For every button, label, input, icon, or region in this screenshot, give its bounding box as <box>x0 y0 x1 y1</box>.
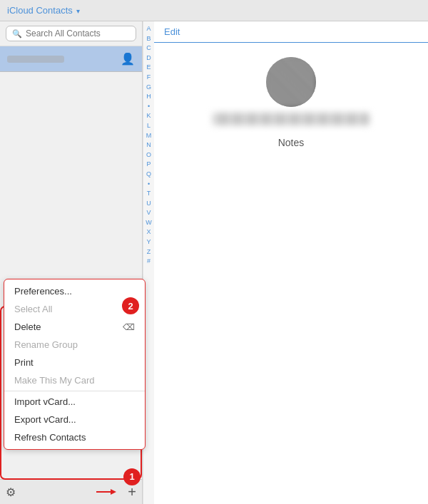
add-button-wrapper: 1 + <box>128 484 136 500</box>
contacts-label: Contacts <box>36 5 72 16</box>
alpha-letter-F[interactable]: F <box>147 73 151 82</box>
add-contact-icon[interactable]: + <box>128 484 136 500</box>
alpha-letter-E[interactable]: E <box>146 63 151 72</box>
menu-item-refresh[interactable]: Refresh Contacts <box>4 428 145 446</box>
menu-separator <box>4 391 145 391</box>
contact-name-blurred <box>7 56 64 63</box>
arrow-right <box>96 487 116 497</box>
content-area: Edit Notes <box>154 21 428 504</box>
svg-marker-1 <box>111 489 116 495</box>
alpha-letter-B[interactable]: B <box>146 34 151 43</box>
search-input[interactable] <box>26 29 130 38</box>
alpha-letter-X[interactable]: X <box>146 227 151 237</box>
icloud-label: iCloud <box>7 5 34 16</box>
menu-item-preferences[interactable]: Preferences... <box>4 282 145 300</box>
search-bar: 🔍 <box>0 21 142 46</box>
menu-item-my-card: Make This My Card <box>4 371 145 389</box>
search-wrapper: 🔍 <box>6 26 136 41</box>
main-layout: 🔍 👤 2 Preferences... <box>0 21 428 504</box>
gear-icon[interactable]: ⚙ <box>6 485 16 499</box>
alpha-letter-K[interactable]: K <box>146 111 151 120</box>
sidebar: 🔍 👤 2 Preferences... <box>0 21 143 504</box>
alpha-letter-#[interactable]: # <box>147 257 151 266</box>
menu-item-import-vcard[interactable]: Import vCard... <box>4 393 145 411</box>
contact-list-item[interactable]: 👤 <box>0 46 142 72</box>
avatar-image <box>266 57 316 107</box>
alpha-letter-V[interactable]: V <box>146 208 151 217</box>
avatar <box>266 57 316 107</box>
alpha-letter-Z[interactable]: Z <box>147 247 151 257</box>
menu-item-delete[interactable]: Delete ⌫ <box>4 318 145 336</box>
alpha-letter-L[interactable]: L <box>147 121 151 130</box>
sidebar-bottom: ⚙ 1 + <box>0 479 142 504</box>
contact-avatar-icon: 👤 <box>121 52 135 66</box>
alpha-letter-Y[interactable]: Y <box>146 237 151 247</box>
alpha-letter-H[interactable]: H <box>146 92 151 101</box>
badge-1: 1 <box>123 468 141 485</box>
alpha-letter-P[interactable]: P <box>146 160 151 169</box>
context-menu-container: 2 Preferences... Select All Delete ⌫ Ren… <box>0 307 142 478</box>
top-bar: iCloud Contacts ▾ <box>0 0 428 21</box>
alpha-letter-M[interactable]: M <box>146 131 152 140</box>
alpha-letter-O[interactable]: O <box>146 150 151 160</box>
top-bar-title: iCloud Contacts ▾ <box>7 5 80 16</box>
alpha-letter-T[interactable]: T <box>147 189 151 198</box>
chevron-down-icon[interactable]: ▾ <box>76 7 80 15</box>
alpha-letter-D[interactable]: D <box>146 53 151 63</box>
alpha-letter-U[interactable]: U <box>146 199 151 208</box>
alpha-letter-C[interactable]: C <box>146 43 151 53</box>
menu-item-export-vcard[interactable]: Export vCard... <box>4 411 145 428</box>
alpha-letter-A[interactable]: A <box>146 24 151 34</box>
edit-button[interactable]: Edit <box>164 26 180 37</box>
alpha-letter-N[interactable]: N <box>146 140 151 150</box>
menu-item-print[interactable]: Print <box>4 354 145 371</box>
alpha-letter-G[interactable]: G <box>146 83 151 92</box>
delete-icon: ⌫ <box>123 322 135 332</box>
alpha-letter-•[interactable]: • <box>148 102 150 111</box>
badge-2: 2 <box>122 297 139 314</box>
contact-full-name-blurred <box>213 113 370 125</box>
alpha-letter-W[interactable]: W <box>146 218 152 227</box>
alpha-letter-Q[interactable]: Q <box>146 170 151 179</box>
menu-item-rename-group: Rename Group <box>4 336 145 354</box>
search-icon: 🔍 <box>12 29 22 38</box>
alpha-letter-•[interactable]: • <box>148 180 150 189</box>
contact-detail: Notes <box>154 43 428 155</box>
notes-label: Notes <box>278 137 305 148</box>
content-header: Edit <box>154 21 428 43</box>
